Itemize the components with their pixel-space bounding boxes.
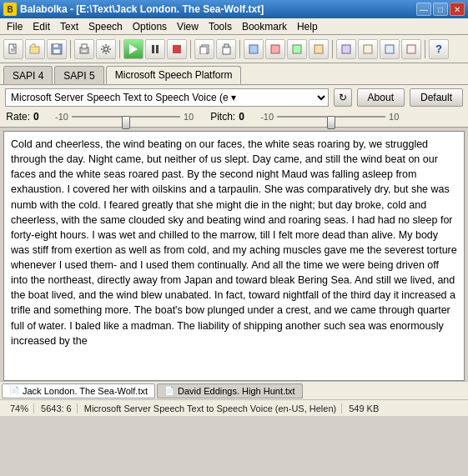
rate-label: Rate: (5, 111, 30, 123)
bottom-tabs: 📄 Jack London. The Sea-Wolf.txt 📄 David … (0, 381, 468, 399)
svg-rect-22 (315, 45, 323, 53)
window-controls: — □ ✕ (416, 3, 465, 16)
rate-thumb[interactable] (122, 116, 130, 129)
menu-tools[interactable]: Tools (204, 19, 237, 34)
open-button[interactable] (25, 39, 45, 59)
svg-rect-23 (342, 45, 350, 53)
svg-rect-3 (30, 47, 39, 53)
svg-rect-13 (156, 45, 159, 53)
window-title: Balabolka - [E:\Text\Jack London. The Se… (20, 3, 264, 15)
toolbar-sep-6 (425, 40, 425, 58)
menu-speech[interactable]: Speech (83, 19, 128, 34)
menu-bar: File Edit Text Speech Options View Tools… (0, 18, 468, 35)
status-position: 5643: 6 (36, 403, 78, 413)
svg-rect-8 (82, 44, 87, 48)
print-button[interactable] (74, 39, 94, 59)
title-bar-left: B Balabolka - [E:\Text\Jack London. The … (3, 3, 264, 16)
pitch-track[interactable] (277, 110, 385, 123)
rate-track[interactable] (72, 110, 180, 123)
maximize-button[interactable]: □ (433, 3, 448, 16)
bottom-tab-seawolf[interactable]: 📄 Jack London. The Sea-Wolf.txt (2, 383, 155, 398)
app-icon: B (3, 3, 17, 16)
sapi-tabs: SAPI 4 SAPI 5 Microsoft Speech Platform (0, 63, 468, 85)
text-wrapper: Cold and cheerless, the wind beating on … (3, 131, 465, 381)
status-engine: Microsoft Server Speech Text to Speech V… (79, 403, 342, 413)
title-bar: B Balabolka - [E:\Text\Jack London. The … (0, 0, 468, 18)
menu-edit[interactable]: Edit (28, 19, 55, 34)
tb-btn-c[interactable] (287, 39, 307, 59)
pitch-thumb[interactable] (327, 116, 335, 129)
pause-button[interactable] (145, 39, 165, 59)
tb-btn-h[interactable] (401, 39, 421, 59)
rate-max: 10 (184, 112, 194, 122)
menu-text[interactable]: Text (55, 19, 83, 34)
status-size: 549 KB (344, 403, 384, 413)
default-button[interactable]: Default (410, 88, 463, 107)
voice-select[interactable]: Microsoft Server Speech Text to Speech V… (5, 88, 329, 107)
about-button[interactable]: About (357, 88, 405, 107)
pitch-group: Pitch: 0 (210, 111, 252, 123)
copy-button[interactable] (194, 39, 214, 59)
rate-slider-group: -10 10 (55, 110, 194, 123)
pitch-min: -10 (260, 112, 274, 122)
svg-rect-21 (293, 45, 301, 53)
toolbar-sep-2 (119, 40, 120, 58)
menu-file[interactable]: File (2, 19, 28, 34)
tab-sapi5[interactable]: SAPI 5 (54, 66, 103, 84)
menu-view[interactable]: View (172, 19, 204, 34)
tb-btn-a[interactable] (244, 39, 264, 59)
svg-rect-14 (173, 45, 181, 53)
svg-rect-26 (407, 45, 415, 53)
menu-help[interactable]: Help (292, 19, 323, 34)
help-button[interactable]: ? (429, 39, 449, 59)
menu-bookmark[interactable]: Bookmark (237, 19, 292, 34)
status-bar: 74% 5643: 6 Microsoft Server Speech Text… (0, 399, 468, 416)
file-icon-highhunt: 📄 (164, 386, 174, 395)
play-button[interactable] (123, 39, 143, 59)
toolbar-sep-1 (70, 40, 71, 58)
file-icon-seawolf: 📄 (9, 386, 19, 395)
bottom-tab-seawolf-label: Jack London. The Sea-Wolf.txt (23, 386, 148, 396)
toolbar-sep-3 (190, 40, 191, 58)
menu-options[interactable]: Options (128, 19, 172, 34)
toolbar-sep-5 (332, 40, 333, 58)
sliders-row: Rate: 0 -10 10 Pitch: 0 -10 10 (5, 110, 463, 123)
svg-rect-18 (224, 44, 229, 48)
svg-rect-19 (249, 45, 258, 53)
svg-rect-6 (53, 49, 60, 53)
pitch-slider-group: -10 10 (260, 110, 399, 123)
svg-marker-11 (129, 44, 138, 54)
tb-btn-f[interactable] (358, 39, 378, 59)
svg-rect-12 (152, 45, 154, 53)
settings-button[interactable] (96, 39, 116, 59)
stop-button[interactable] (167, 39, 187, 59)
svg-rect-16 (200, 47, 207, 54)
tb-btn-d[interactable] (309, 39, 329, 59)
tab-microsoft-speech[interactable]: Microsoft Speech Platform (106, 66, 242, 84)
pitch-value: 0 (239, 111, 252, 123)
new-button[interactable] (3, 39, 23, 59)
paste-button[interactable] (216, 39, 236, 59)
close-button[interactable]: ✕ (450, 3, 465, 16)
minimize-button[interactable]: — (416, 3, 431, 16)
text-content[interactable]: Cold and cheerless, the wind beating on … (3, 131, 465, 381)
tb-btn-e[interactable] (336, 39, 356, 59)
toolbar: ? (0, 35, 468, 63)
tb-btn-b[interactable] (265, 39, 285, 59)
svg-rect-24 (364, 45, 372, 53)
pitch-max: 10 (389, 112, 399, 122)
rate-value: 0 (33, 111, 47, 123)
svg-rect-20 (271, 45, 279, 53)
bottom-tab-highhunt[interactable]: 📄 David Eddings. High Hunt.txt (157, 383, 303, 398)
tab-sapi4[interactable]: SAPI 4 (3, 66, 53, 84)
svg-rect-25 (385, 45, 394, 53)
voice-panel: Microsoft Server Speech Text to Speech V… (0, 85, 468, 128)
rate-min: -10 (55, 112, 68, 122)
voice-row: Microsoft Server Speech Text to Speech V… (5, 88, 463, 107)
status-zoom: 74% (5, 403, 34, 413)
tb-btn-g[interactable] (380, 39, 400, 59)
save-button[interactable] (47, 39, 67, 59)
refresh-button[interactable]: ↻ (334, 88, 352, 107)
rate-group: Rate: 0 (5, 111, 47, 123)
bottom-tab-highhunt-label: David Eddings. High Hunt.txt (178, 386, 295, 396)
